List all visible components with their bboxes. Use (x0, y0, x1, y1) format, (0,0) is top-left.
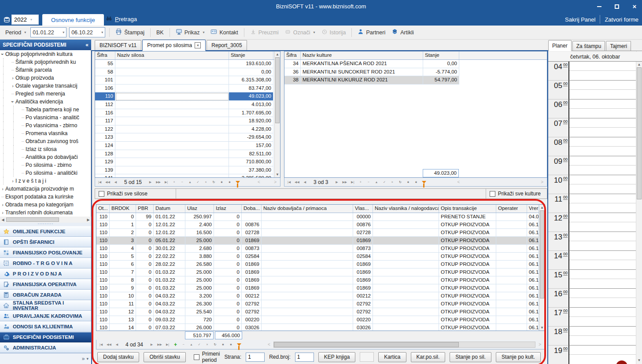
nav-delete-button[interactable]: − (180, 341, 187, 348)
column-header[interactable]: Vrer (527, 205, 539, 213)
nav-bookmark-button[interactable]: ∗ (219, 341, 227, 348)
scroll-down-icon[interactable]: ▼ (636, 357, 642, 363)
nav-post-button[interactable]: ✓ (380, 179, 388, 186)
tree-item[interactable]: ┄Analitika po dobavljači (0, 153, 91, 161)
table-row[interactable]: 1106028.02.2226.58000186901869OTKUP PROI… (96, 261, 545, 268)
maximize-button[interactable] (614, 4, 620, 10)
planner-hour-row[interactable]: 0800 (548, 137, 642, 156)
table-row[interactable]: 1124.013,00 (95, 101, 280, 109)
tree-item[interactable]: ┄Po silosima - zbirno (0, 161, 91, 169)
tree-item[interactable]: ┄Izlaz iz silosa (0, 145, 91, 153)
table-row[interactable]: 1016.315.308,00 (95, 76, 280, 85)
column-header[interactable]: Naziv vlasnika / nalogodavca (373, 205, 439, 213)
planner-hour-row[interactable]: 0500 (548, 81, 642, 99)
strana-input[interactable] (246, 353, 265, 362)
tree-item[interactable]: ┄Obračun zavisnog troš (0, 137, 91, 145)
tree-item[interactable]: ›I z v e š t a j i (0, 177, 91, 185)
sidebar-item-op-ti-ifarnici[interactable]: OPŠTI ŠIFARNICI (0, 237, 91, 247)
chevron-closed-icon[interactable]: › (10, 74, 15, 82)
planner-hour-row[interactable]: 1800 (548, 327, 642, 346)
table-row[interactable]: 36MERKANTILNI SUNCOKRET ROD 2021-5.774,0… (284, 68, 547, 77)
column-header[interactable]: Stanje (423, 51, 459, 59)
column-header[interactable]: Šifra (284, 51, 301, 59)
tree-item[interactable]: ›Otkup poljoprivrednih kultura (0, 50, 91, 58)
nav-insert-button[interactable]: + (170, 179, 178, 186)
kontakt-button[interactable]: Kontakt (209, 27, 240, 37)
nav-prior-page-button[interactable]: ◀◀ (104, 179, 111, 186)
nav-first-button[interactable]: |◀ (285, 179, 293, 186)
planner-hour-row[interactable]: 1600 (548, 289, 642, 308)
scroll-left-icon[interactable]: ◀ (0, 217, 6, 223)
sidebar-item-finansijsko-poslovanje[interactable]: FINANSIJSKO POSLOVANJE (0, 247, 91, 258)
chevron-down-icon[interactable]: ▾ (86, 357, 89, 361)
tab-za-tampu[interactable]: Za štampu (572, 41, 605, 51)
table-row[interactable]: 129710.800,00 (95, 158, 280, 166)
tree-item[interactable]: ›Automatizacija proizvodnje m (0, 185, 91, 193)
chevron-closed-icon[interactable]: › (0, 209, 5, 217)
sidebar-item-omiljene-funkcije[interactable]: OMILJENE FUNKCIJE (0, 226, 91, 237)
column-header[interactable]: Naziv dobavljača / primaoca (262, 205, 353, 213)
time-slot[interactable] (568, 251, 636, 270)
nav-next-page-button[interactable]: ▶▶ (156, 341, 163, 348)
nav-next-button[interactable]: ▶ (147, 179, 154, 186)
scrollbar-thumb[interactable] (275, 57, 280, 123)
scroll-left-icon[interactable]: < (255, 180, 263, 184)
table-row[interactable]: 11010004.03.223.20000021200212OTKUP PROI… (96, 292, 545, 300)
nav-refresh-button[interactable]: ↻ (211, 341, 219, 348)
planner-hour-row[interactable]: 0900 (548, 156, 642, 175)
nav-goto-bookmark-button[interactable]: ∗ (226, 179, 233, 186)
table-row[interactable]: 123-29.654,00 (95, 133, 280, 142)
zatvori-forme-button[interactable]: Zatvori forme (605, 16, 638, 23)
artikli-button[interactable]: Artikli (390, 27, 416, 37)
nav-last-button[interactable]: ▶| (164, 341, 171, 348)
column-header[interactable]: Ot... (96, 205, 110, 213)
tree-item[interactable]: ┄Po silosima - analitički (0, 169, 91, 177)
time-slot[interactable] (568, 156, 636, 175)
table-row[interactable]: 1101012.01.222.40000087600876OTKUP PROIZ… (96, 221, 545, 229)
nav-bookmark-button[interactable]: ∗ (404, 179, 412, 186)
nav-cancel-button[interactable]: × (388, 179, 396, 186)
tab-report-3005[interactable]: Report_3005 (207, 40, 247, 50)
horizontal-scrollbar[interactable] (273, 342, 535, 348)
planner-hour-row[interactable]: 1300 (548, 232, 642, 251)
sidebar-item-administracija[interactable]: ADMINISTRACIJA (0, 342, 91, 353)
sidebar-item-upravljanje-kadrovima[interactable]: UPRAVLJANJE KADROVIMA (0, 311, 91, 321)
time-slot[interactable] (568, 118, 636, 137)
planner-hour-row[interactable]: 0400 (548, 62, 642, 81)
nav-refresh-button[interactable]: ↻ (396, 179, 404, 186)
tab-tajmeri[interactable]: Tajmeri (606, 41, 631, 51)
partneri-button[interactable]: Partneri (356, 27, 387, 37)
chevron-closed-icon[interactable]: › (10, 82, 15, 90)
tab-osnovne-funkcije[interactable]: Osnovne funkcije (42, 14, 104, 26)
nav-edit-button[interactable]: ▲ (186, 179, 194, 186)
column-header[interactable]: Naziv silosa (115, 51, 229, 59)
nav-cancel-button[interactable]: × (202, 179, 210, 186)
table-row[interactable]: 1105022.02.223.88000258402584OTKUP PROIZ… (96, 253, 545, 261)
prikazi-sve-kulture-checkbox[interactable] (490, 191, 495, 197)
nav-refresh-button[interactable]: ↻ (210, 179, 218, 186)
sidebar-item-finansijska-operativa[interactable]: FINANSIJSKA OPERATIVA (0, 279, 91, 290)
stanje-po-sil-button[interactable]: Stanje po sil. (450, 352, 491, 362)
table-row[interactable]: 11013009.03.2272000022000220OTKUP PROIZV… (96, 316, 545, 324)
scroll-left-icon[interactable]: < (454, 180, 462, 184)
time-slot[interactable] (568, 194, 636, 213)
scroll-up-icon[interactable]: ▲ (275, 51, 280, 57)
nav-post-button[interactable]: ✓ (194, 179, 202, 186)
sakrij-panel-button[interactable]: Sakrij Panel (565, 16, 595, 23)
stanje-po-kult-button[interactable]: Stanje po kult. (496, 352, 541, 362)
time-slot[interactable] (568, 175, 636, 194)
collapse-sidebar-button[interactable]: « (85, 42, 89, 48)
nav-next-page-button[interactable]: ▶▶ (341, 179, 348, 186)
sidebar-item-odnosi-sa-klijentima[interactable]: ODNOSI SA KLIJENTIMA (0, 321, 91, 332)
time-slot[interactable] (568, 270, 636, 289)
nav-edit-button[interactable]: ▲ (373, 179, 380, 186)
nav-bookmark-button[interactable]: ∗ (218, 179, 225, 186)
preuzmi-button[interactable]: Preuzmi (248, 28, 280, 37)
filter-funnel-icon[interactable] (235, 341, 243, 348)
table-row[interactable]: 1108001.03.2225.00000186901869OTKUP PROI… (96, 276, 545, 284)
table-row[interactable]: 34MERKANTILNA PŠENICA ROD 20210,00 (284, 60, 547, 68)
nav-first-button[interactable]: |◀ (97, 341, 105, 348)
table-row[interactable]: 1103005.01.2225.00000186901869OTKUP PROI… (96, 237, 545, 245)
table-row[interactable]: 38MERKANTILNI KUKURUZ ROD 202154.797,00 (284, 76, 547, 85)
column-header[interactable]: Opis transakcije (439, 205, 496, 213)
